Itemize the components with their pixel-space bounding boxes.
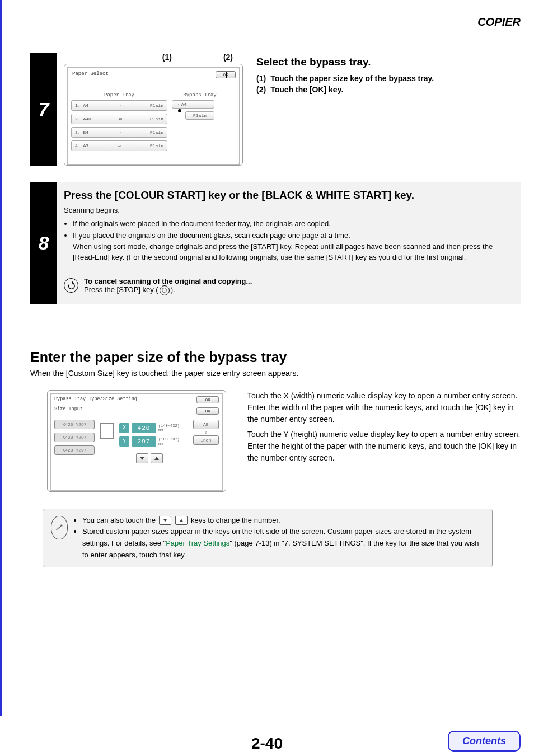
bypass-a4-lbl: A4 xyxy=(181,102,187,107)
step7-heading: Select the bypass tray. xyxy=(256,56,521,68)
tray-3[interactable]: 3. B4 ▭ Plain xyxy=(71,127,167,138)
x-value[interactable]: 420 xyxy=(132,423,156,433)
info-b1b: keys to change the number. xyxy=(191,516,280,524)
cancel-text-b: ). xyxy=(171,285,175,294)
preset-2[interactable]: X420 Y297 xyxy=(54,433,95,442)
info-b1a: You can also touch the xyxy=(82,516,158,524)
tray-3-type: Plain xyxy=(150,130,163,135)
note-icon xyxy=(51,516,67,538)
section-heading: Enter the paper size of the bypass tray xyxy=(2,349,521,365)
y-label: Y xyxy=(119,436,129,447)
paper-icon xyxy=(99,422,114,439)
svg-marker-1 xyxy=(154,457,159,460)
preset-3[interactable]: X420 Y297 xyxy=(54,445,95,455)
step-8: 8 Press the [COLOUR START] key or the [B… xyxy=(30,182,521,304)
info-box: You can also touch the keys to change th… xyxy=(43,509,493,567)
step8-line1: Scanning begins. xyxy=(64,205,509,216)
step8-bullet2b: When using sort mode, change originals a… xyxy=(73,242,493,262)
bypass-tray-label: Bypass Tray xyxy=(177,92,222,98)
step-number-7: 7 xyxy=(30,53,57,166)
substep-1-num: (1) xyxy=(256,74,266,83)
desc-p1: Touch the X (width) numeric value displa… xyxy=(247,390,521,425)
tray-4-name: 4. A3 xyxy=(75,143,88,148)
tray-2-name: 2. A4R xyxy=(75,116,91,121)
tray-3-name: 3. B4 xyxy=(75,130,88,135)
tray-1-type: Plain xyxy=(150,103,163,108)
x-label: X xyxy=(119,423,129,433)
info-bullet-2: Stored custom paper sizes appear in the … xyxy=(82,526,484,561)
step8-bullet2: If you placed the originals on the docum… xyxy=(73,230,509,263)
paper-tray-settings-link[interactable]: Paper Tray Settings xyxy=(166,539,229,547)
unit-ab[interactable]: AB xyxy=(193,420,219,429)
bypass-a4[interactable]: ▭ A4 xyxy=(172,100,214,109)
desc-p2: Touch the Y (height) numeric value displ… xyxy=(247,429,521,464)
step8-heading: Press the [COLOUR START] key or the [BLA… xyxy=(64,189,509,201)
step-number-8: 8 xyxy=(30,182,57,304)
tray-4-type: Plain xyxy=(150,143,163,148)
section-desc: When the [Custom Size] key is touched, t… xyxy=(2,369,521,378)
paper-tray-label: Paper Tray xyxy=(71,92,167,98)
step8-bullet1: If the originals were placed in the docu… xyxy=(73,218,509,229)
section-label: COPIER xyxy=(477,16,521,29)
svg-marker-0 xyxy=(140,457,144,460)
tray-2-type: Plain xyxy=(150,116,163,121)
unit-inch[interactable]: Inch xyxy=(193,435,219,445)
svg-marker-3 xyxy=(180,519,183,522)
svg-marker-2 xyxy=(163,519,166,522)
x-range: (140~432) xyxy=(158,424,180,428)
y-value[interactable]: 297 xyxy=(132,436,156,447)
tray-1[interactable]: 1. A4 ▭ Plain xyxy=(71,100,167,111)
page-number: 2-40 xyxy=(251,735,283,752)
contents-button[interactable]: Contents xyxy=(448,731,521,752)
tray-4[interactable]: 4. A3 ▭ Plain xyxy=(71,140,167,151)
x-mm: mm xyxy=(158,428,180,433)
cancel-heading: To cancel scanning of the original and c… xyxy=(84,277,252,285)
tray-1-name: 1. A4 xyxy=(75,103,88,108)
inline-down-icon xyxy=(159,516,171,525)
substep-2-num: (2) xyxy=(256,85,266,94)
unit-arrow-icon: ⇕ xyxy=(193,429,219,435)
preset-1[interactable]: X420 Y297 xyxy=(54,420,95,429)
substep-1-text: Touch the paper size key of the bypass t… xyxy=(270,74,434,83)
callout-2: (2) xyxy=(223,53,233,62)
step-7: 7 (1) (2) Paper Select OK xyxy=(30,53,521,166)
down-button[interactable] xyxy=(136,453,148,463)
screen7-title: Paper Select xyxy=(68,68,239,77)
sb-ok-2[interactable]: OK xyxy=(196,407,219,415)
cancel-text-a: Press the [STOP] key ( xyxy=(84,285,158,294)
screen-7-wrap: (1) (2) Paper Select OK Paper Tray xyxy=(64,53,243,166)
sb-ok-1[interactable]: OK xyxy=(196,396,219,403)
stop-key-icon xyxy=(160,285,170,295)
tray-2[interactable]: 2. A4R ▭ Plain xyxy=(71,114,167,124)
substep-2-text: Touch the [OK] key. xyxy=(270,85,343,94)
back-arrow-icon xyxy=(64,278,78,293)
y-mm: mm xyxy=(158,442,180,446)
screen-size-input: Bypass Tray Type/Size Setting OK Size In… xyxy=(47,390,226,492)
step8-bullet2a: If you placed the originals on the docum… xyxy=(73,231,350,240)
divider xyxy=(64,271,509,271)
info-bullet-1: You can also touch the keys to change th… xyxy=(82,515,484,527)
bypass-plain[interactable]: Plain xyxy=(185,111,214,120)
up-button[interactable] xyxy=(151,453,163,463)
y-range: (100~297) xyxy=(158,437,180,442)
inline-up-icon xyxy=(175,516,188,525)
callout-1: (1) xyxy=(162,53,172,62)
